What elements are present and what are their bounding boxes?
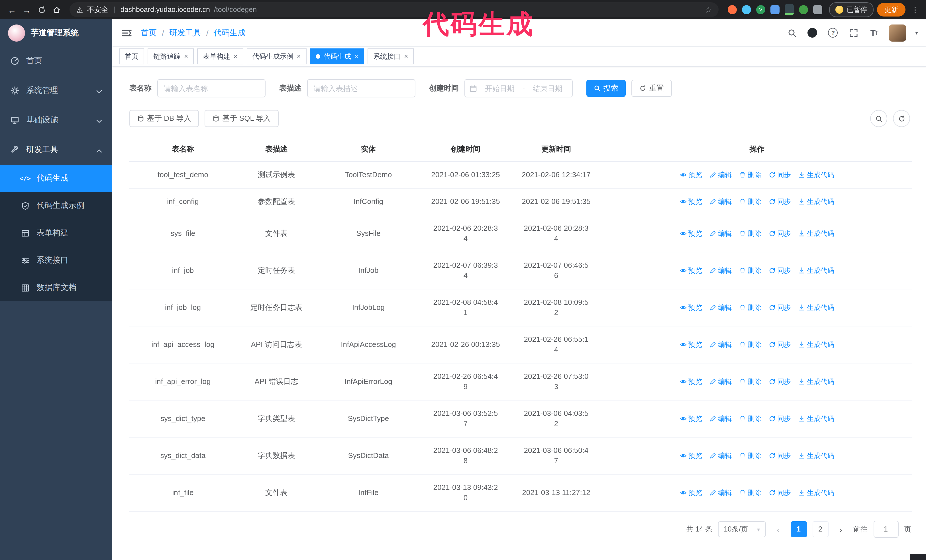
delete-link[interactable]: 删除 [739,340,761,350]
sidebar-item-codegen-example[interactable]: 代码生成示例 [0,192,112,219]
generate-code-link[interactable]: 生成代码 [798,451,834,461]
sidebar-logo[interactable]: 芋道管理系统 [0,20,112,46]
sidebar-item-codegen[interactable]: </> 代码生成 [0,165,112,192]
sync-link[interactable]: 同步 [769,414,791,424]
sidebar-item-api[interactable]: 系统接口 [0,247,112,274]
tab-codegen-example[interactable]: 代码生成示例× [247,48,307,64]
breadcrumb-home[interactable]: 首页 [141,28,157,38]
sync-link[interactable]: 同步 [769,377,791,387]
preview-link[interactable]: 预览 [680,302,702,313]
toggle-search-button[interactable] [870,110,887,127]
edit-link[interactable]: 编辑 [710,488,732,498]
edit-link[interactable]: 编辑 [710,170,732,180]
date-start-input[interactable] [480,83,520,93]
close-icon[interactable]: × [184,53,188,60]
edit-link[interactable]: 编辑 [710,377,732,387]
tab-form-builder[interactable]: 表单构建× [197,48,243,64]
tab-codegen[interactable]: 代码生成× [310,48,364,64]
page-2-button[interactable]: 2 [812,521,828,537]
search-icon[interactable] [787,27,798,38]
refresh-table-button[interactable] [893,110,910,127]
preview-link[interactable]: 预览 [680,196,702,207]
close-icon[interactable]: × [404,53,408,60]
extension-icon[interactable] [799,5,808,14]
table-row[interactable]: inf_job_log 定时任务日志表 InfJobLog 2021-02-08… [129,290,912,326]
table-row[interactable]: sys_file 文件表 SysFile 2021-02-06 20:28:3 … [129,215,912,252]
delete-link[interactable]: 删除 [739,196,761,207]
sync-link[interactable]: 同步 [769,451,791,461]
breadcrumb-devtools[interactable]: 研发工具 [169,28,201,38]
table-row[interactable]: inf_api_access_log API 访问日志表 InfApiAcces… [129,326,912,364]
date-end-input[interactable] [528,83,567,93]
home-icon[interactable] [49,2,64,17]
edit-link[interactable]: 编辑 [710,340,732,350]
table-row[interactable]: inf_api_error_log API 错误日志 InfApiErrorLo… [129,364,912,400]
generate-code-link[interactable]: 生成代码 [798,414,834,424]
page-1-button[interactable]: 1 [791,521,806,537]
table-name-input[interactable] [157,79,266,97]
security-warning-icon[interactable]: ⚠ [76,5,83,14]
paused-badge[interactable]: 已暂停 [829,2,873,17]
preview-link[interactable]: 预览 [680,228,702,239]
edit-link[interactable]: 编辑 [710,451,732,461]
generate-code-link[interactable]: 生成代码 [798,196,834,207]
preview-link[interactable]: 预览 [680,266,702,276]
delete-link[interactable]: 删除 [739,170,761,180]
sync-link[interactable]: 同步 [769,340,791,350]
table-row[interactable]: sys_dict_data 字典数据表 SysDictData 2021-03-… [129,438,912,474]
preview-link[interactable]: 预览 [680,414,702,424]
sync-link[interactable]: 同步 [769,488,791,498]
close-icon[interactable]: × [297,53,301,60]
table-row[interactable]: inf_job 定时任务表 InfJob 2021-02-07 06:39:3 … [129,252,912,290]
delete-link[interactable]: 删除 [739,488,761,498]
fullscreen-icon[interactable] [848,27,859,38]
tab-api[interactable]: 系统接口× [368,48,414,64]
back-icon[interactable]: ← [5,2,20,17]
edit-link[interactable]: 编辑 [710,302,732,313]
close-icon[interactable]: × [354,53,359,60]
preview-link[interactable]: 预览 [680,170,702,180]
table-desc-input[interactable] [307,79,415,97]
table-row[interactable]: sys_dict_type 字典类型表 SysDictType 2021-03-… [129,400,912,438]
sidebar-item-home[interactable]: 首页 [0,46,112,76]
goto-page-input[interactable] [873,521,898,538]
date-range-picker[interactable]: - [465,79,573,97]
delete-link[interactable]: 删除 [739,451,761,461]
extension-icon[interactable]: V [756,5,765,14]
tab-trace[interactable]: 链路追踪× [148,48,194,64]
delete-link[interactable]: 删除 [739,302,761,313]
user-avatar[interactable] [889,24,906,41]
refresh-icon[interactable] [34,2,49,17]
puzzle-extensions-icon[interactable] [813,5,822,14]
extension-icon[interactable] [728,5,737,14]
sync-link[interactable]: 同步 [769,228,791,239]
sidebar-item-devtools[interactable]: 研发工具 [0,135,112,165]
edit-link[interactable]: 编辑 [710,228,732,239]
sync-link[interactable]: 同步 [769,302,791,313]
delete-link[interactable]: 删除 [739,377,761,387]
sync-link[interactable]: 同步 [769,196,791,207]
reset-button[interactable]: 重置 [631,80,672,97]
generate-code-link[interactable]: 生成代码 [798,488,834,498]
edit-link[interactable]: 编辑 [710,414,732,424]
generate-code-link[interactable]: 生成代码 [798,340,834,350]
preview-link[interactable]: 预览 [680,340,702,350]
delete-link[interactable]: 删除 [739,414,761,424]
generate-code-link[interactable]: 生成代码 [798,302,834,313]
forward-icon[interactable]: → [20,2,34,17]
font-size-icon[interactable]: TT [869,27,880,38]
table-row[interactable]: inf_config 参数配置表 InfConfig 2021-02-06 19… [129,189,912,215]
next-page-button[interactable]: › [834,522,848,537]
search-button[interactable]: 搜索 [586,80,626,97]
edit-link[interactable]: 编辑 [710,196,732,207]
import-sql-button[interactable]: 基于 SQL 导入 [205,110,279,127]
generate-code-link[interactable]: 生成代码 [798,228,834,239]
generate-code-link[interactable]: 生成代码 [798,377,834,387]
sidebar-item-db-doc[interactable]: 数据库文档 [0,274,112,301]
page-size-select[interactable]: 10条/页 ▾ [718,521,766,537]
preview-link[interactable]: 预览 [680,488,702,498]
github-icon[interactable] [807,27,818,38]
url-bar[interactable]: ⚠ 不安全 | dashboard.yudao.iocoder.cn/tool/… [70,2,719,17]
chrome-update-button[interactable]: 更新 [877,3,905,17]
delete-link[interactable]: 删除 [739,266,761,276]
